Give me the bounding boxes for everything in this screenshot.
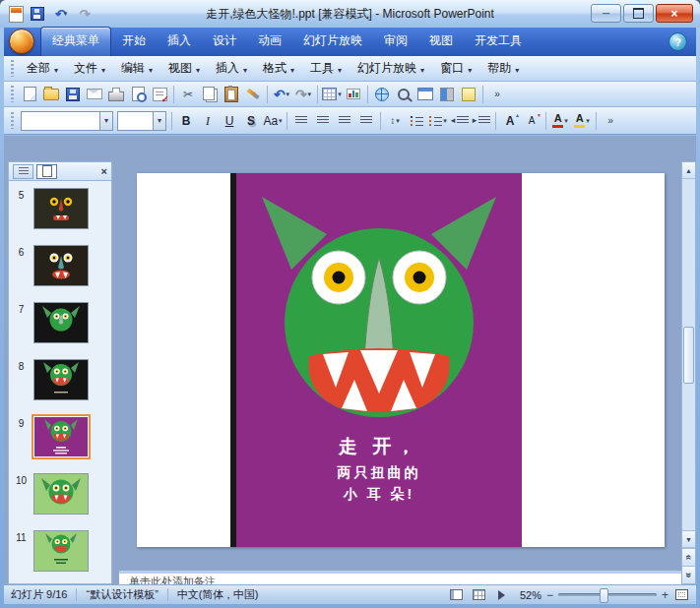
- align-right-button[interactable]: [335, 111, 354, 131]
- redo-quick-button[interactable]: ↷: [75, 5, 95, 23]
- copy-button[interactable]: [200, 85, 220, 104]
- format-painter-button[interactable]: [243, 85, 263, 104]
- insert-chart-button[interactable]: [344, 85, 363, 104]
- zoom-slider[interactable]: [558, 593, 657, 596]
- zoom-percentage[interactable]: 52%: [516, 589, 541, 601]
- scroll-down-button[interactable]: ▼: [682, 530, 695, 548]
- office-button[interactable]: [9, 29, 34, 54]
- language-label[interactable]: 中文(简体 , 中国): [177, 587, 259, 602]
- toolbar-drag-handle[interactable]: [11, 112, 14, 129]
- ribbon-tab-classic-menu[interactable]: 经典菜单: [40, 27, 111, 56]
- menu-format[interactable]: 格式: [255, 57, 302, 80]
- slide-thumbnail-10[interactable]: 10: [9, 473, 111, 515]
- text-shadow-button[interactable]: S: [241, 111, 261, 131]
- slideshow-view-button[interactable]: [493, 587, 511, 602]
- line-spacing-button[interactable]: ↕: [385, 111, 405, 131]
- slide-canvas[interactable]: 走 开， 两只扭曲的 小 耳 朵!: [137, 173, 665, 547]
- outline-tab[interactable]: [13, 164, 33, 179]
- slide-thumbnail-11[interactable]: 11: [9, 530, 111, 572]
- panel-close-button[interactable]: ×: [101, 166, 107, 177]
- insert-comment-button[interactable]: [459, 85, 478, 104]
- zoom-out-button[interactable]: −: [546, 589, 553, 601]
- menu-slideshow[interactable]: 幻灯片放映: [350, 57, 432, 80]
- ribbon-tab-design[interactable]: 设计: [202, 27, 247, 56]
- maximize-button[interactable]: [623, 4, 654, 23]
- toolbar-options-button[interactable]: »: [601, 111, 620, 131]
- close-button[interactable]: ×: [656, 4, 693, 23]
- toolbar-drag-handle[interactable]: [11, 60, 14, 77]
- spelling-button[interactable]: [150, 85, 169, 104]
- insert-hyperlink-button[interactable]: [372, 85, 392, 104]
- save-quick-button[interactable]: [28, 5, 47, 23]
- insert-table-button[interactable]: [322, 85, 342, 104]
- slide-thumbnail-7[interactable]: 7: [9, 302, 111, 343]
- font-color-button[interactable]: A: [550, 111, 570, 131]
- zoom-button[interactable]: [394, 85, 414, 104]
- ribbon-tab-review[interactable]: 审阅: [373, 27, 418, 56]
- bold-button[interactable]: B: [176, 111, 196, 131]
- scroll-up-button[interactable]: ▲: [682, 162, 695, 179]
- redo-button[interactable]: ↷: [293, 85, 313, 104]
- scrollbar-thumb[interactable]: [683, 327, 694, 384]
- decrease-font-size-button[interactable]: A▼: [522, 111, 541, 131]
- font-size-combo[interactable]: [117, 111, 166, 131]
- menu-help[interactable]: 帮助: [479, 57, 527, 80]
- ribbon-tab-slideshow[interactable]: 幻灯片放映: [292, 27, 373, 56]
- slide-thumbnail-9-selected[interactable]: 9: [9, 416, 111, 457]
- new-window-button[interactable]: [415, 85, 435, 104]
- print-button[interactable]: [106, 85, 126, 104]
- previous-slide-button[interactable]: «: [682, 548, 695, 566]
- menu-all[interactable]: 全部: [19, 57, 66, 80]
- underline-button[interactable]: U: [220, 111, 239, 131]
- decrease-indent-button[interactable]: ◂: [450, 111, 470, 131]
- slide-thumbnail-8[interactable]: 8: [9, 359, 111, 400]
- font-name-combo[interactable]: [21, 111, 113, 131]
- increase-font-size-button[interactable]: A▲: [500, 111, 520, 131]
- email-button[interactable]: [85, 85, 104, 104]
- menu-edit[interactable]: 编辑: [113, 57, 160, 80]
- slide-thumbnail-6[interactable]: 6: [9, 245, 111, 286]
- zoom-in-button[interactable]: +: [662, 589, 668, 601]
- numbering-button[interactable]: [407, 111, 426, 131]
- notes-pane[interactable]: 单击此处添加备注: [119, 571, 681, 584]
- increase-indent-button[interactable]: ▸: [472, 111, 491, 131]
- menu-window[interactable]: 窗口: [432, 57, 479, 80]
- font-name-dropdown-icon[interactable]: [99, 112, 112, 130]
- ribbon-tab-view[interactable]: 视图: [418, 27, 464, 56]
- italic-button[interactable]: I: [198, 111, 218, 131]
- align-left-button[interactable]: [291, 111, 311, 131]
- menu-insert[interactable]: 插入: [208, 57, 255, 80]
- slides-tab[interactable]: [36, 164, 57, 179]
- ribbon-tab-insert[interactable]: 插入: [157, 27, 202, 56]
- minimize-button[interactable]: ─: [591, 4, 621, 23]
- new-presentation-button[interactable]: [20, 85, 39, 104]
- color-grayscale-button[interactable]: [437, 85, 457, 104]
- save-button[interactable]: [63, 85, 83, 104]
- scrollbar-track[interactable]: [682, 179, 695, 530]
- slide-sorter-view-button[interactable]: [471, 587, 488, 602]
- menu-file[interactable]: 文件: [66, 57, 113, 80]
- menu-tools[interactable]: 工具: [302, 57, 350, 80]
- pane-splitter[interactable]: [112, 161, 119, 584]
- toolbar-drag-handle[interactable]: [11, 86, 14, 102]
- ribbon-tab-developer[interactable]: 开发工具: [464, 27, 533, 56]
- paste-button[interactable]: [222, 85, 241, 104]
- highlight-color-button[interactable]: A: [572, 111, 592, 131]
- print-preview-button[interactable]: [128, 85, 148, 104]
- align-center-button[interactable]: [313, 111, 333, 131]
- fit-to-window-button[interactable]: [673, 588, 689, 602]
- next-slide-button[interactable]: »: [682, 566, 695, 583]
- open-button[interactable]: [41, 85, 61, 104]
- font-size-dropdown-icon[interactable]: [153, 112, 165, 130]
- toolbar-options-button[interactable]: »: [487, 85, 507, 104]
- zoom-slider-thumb[interactable]: [600, 588, 608, 603]
- justify-button[interactable]: [356, 111, 376, 131]
- ribbon-tab-animations[interactable]: 动画: [247, 27, 292, 56]
- help-button[interactable]: ?: [668, 32, 687, 51]
- bullets-button[interactable]: [428, 111, 448, 131]
- menu-view[interactable]: 视图: [160, 57, 208, 80]
- normal-view-button[interactable]: [448, 587, 466, 602]
- undo-button[interactable]: ↶: [272, 85, 291, 104]
- undo-quick-button[interactable]: ↶▾: [51, 5, 71, 23]
- ribbon-tab-home[interactable]: 开始: [111, 27, 157, 56]
